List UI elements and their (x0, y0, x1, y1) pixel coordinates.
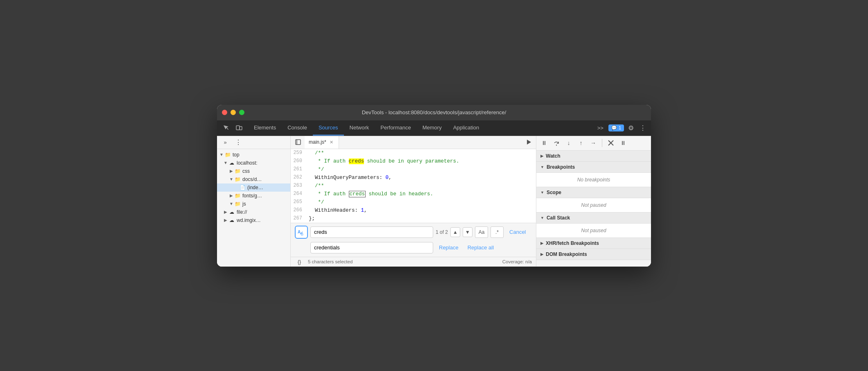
call-stack-not-paused: Not paused (581, 228, 606, 233)
device-mode-icon[interactable] (233, 122, 245, 133)
close-button[interactable] (222, 110, 227, 115)
tab-console[interactable]: Console (282, 120, 313, 136)
tree-label-css: css (242, 168, 250, 174)
step-button[interactable]: → (588, 138, 599, 148)
line-content-267: }; (307, 215, 536, 223)
line-content-264: * If auth creds should be in headers. (307, 190, 536, 198)
file-icon-index: 📄 (239, 184, 246, 191)
replace-button[interactable]: Replace (436, 244, 462, 251)
replace-all-button[interactable]: Replace all (464, 244, 497, 251)
tree-item-css[interactable]: ▶ 📁 css (217, 167, 290, 175)
tree-item-wd[interactable]: ▶ ☁ wd.imgix… (217, 216, 290, 224)
tab-application[interactable]: Application (448, 120, 485, 136)
folder-icon-js: 📁 (234, 201, 241, 207)
step-out-button[interactable]: ↑ (576, 138, 586, 148)
pause-button[interactable]: ⏸ (539, 138, 549, 148)
settings-button[interactable]: ⚙ (626, 122, 635, 133)
line-num-265: 265 (291, 198, 307, 206)
dom-breakpoints-section-header[interactable]: ▶ DOM Breakpoints (536, 249, 651, 260)
code-line-261: 261 */ (291, 165, 536, 174)
tree-arrow-css: ▶ (228, 168, 234, 174)
breakpoints-section-header[interactable]: ▼ Breakpoints (536, 162, 651, 173)
code-editor[interactable]: 259 /** 260 * If auth creds should be in… (291, 149, 536, 223)
tree-arrow-localhost: ▼ (223, 160, 228, 166)
tab-network[interactable]: Network (344, 120, 375, 136)
step-into-button[interactable]: ↓ (563, 138, 574, 148)
tree-item-fonts[interactable]: ▶ 📁 fonts/g… (217, 192, 290, 200)
scope-not-paused: Not paused (581, 202, 606, 208)
tab-performance[interactable]: Performance (375, 120, 416, 136)
titlebar: DevTools - localhost:8080/docs/devtools/… (217, 105, 651, 120)
find-cancel-button[interactable]: Cancel (506, 229, 529, 235)
line-num-264: 264 (291, 190, 307, 198)
tree-label-top: top (233, 152, 240, 158)
tree-label-js: js (242, 201, 246, 207)
replace-input[interactable] (310, 242, 433, 253)
minimize-button[interactable] (231, 110, 236, 115)
more-options-button[interactable]: ⋮ (638, 122, 648, 133)
chat-badge[interactable]: 💬 1 (608, 124, 624, 131)
tree-item-localhost[interactable]: ▼ ☁ localhost: (217, 159, 290, 167)
file-tab-close[interactable]: ✕ (329, 139, 335, 145)
line-content-265: */ (307, 198, 536, 206)
editor-status-bar: {} 5 characters selected Coverage: n/a (291, 257, 536, 267)
line-num-260: 260 (291, 157, 307, 165)
watch-section-header[interactable]: ▶ Watch (536, 151, 651, 162)
tree-item-file[interactable]: ▶ ☁ file:// (217, 208, 290, 216)
code-line-262: 262 WithinQueryParameters: 0, (291, 174, 536, 182)
xhr-breakpoints-section-header[interactable]: ▶ XHR/fetch Breakpoints (536, 238, 651, 249)
editor-back-icon[interactable] (293, 137, 303, 147)
format-icon[interactable]: {} (295, 257, 304, 266)
sidebar-menu-icon[interactable]: ⋮ (233, 136, 244, 148)
file-tab-main[interactable]: main.js* ✕ (305, 136, 339, 149)
call-stack-section-header[interactable]: ▼ Call Stack (536, 213, 651, 224)
scope-section-header[interactable]: ▼ Scope (536, 187, 651, 198)
file-tree: ▼ 📁 top ▼ ☁ localhost: ▶ 📁 css (217, 149, 290, 267)
tab-memory[interactable]: Memory (417, 120, 448, 136)
tab-elements[interactable]: Elements (248, 120, 282, 136)
coverage-status: Coverage: n/a (502, 259, 532, 264)
run-snippet-icon[interactable] (524, 137, 533, 147)
cloud-icon-localhost: ☁ (228, 160, 235, 166)
folder-icon-css: 📁 (234, 168, 241, 174)
chat-icon: 💬 (611, 125, 617, 131)
tree-item-docs[interactable]: ▼ 📁 docs/d… (217, 175, 290, 183)
find-input[interactable] (310, 226, 433, 238)
match-case-button[interactable]: Aa (475, 226, 488, 238)
folder-icon-fonts: 📁 (234, 192, 241, 199)
dom-breakpoints-label: DOM Breakpoints (546, 251, 587, 257)
more-tabs-button[interactable]: >> (595, 123, 606, 133)
find-replace-bar: A B 1 of 2 ▲ ▼ Aa .* Cancel (291, 223, 536, 257)
dom-arrow: ▶ (540, 252, 543, 256)
svg-text:A: A (298, 230, 301, 234)
pause-on-exception-button[interactable]: ⏸ (618, 138, 628, 148)
find-next-button[interactable]: ▼ (463, 227, 472, 237)
line-num-259: 259 (291, 149, 307, 157)
tree-item-js[interactable]: ▼ 📁 js (217, 200, 290, 208)
inspect-icon[interactable] (220, 122, 232, 133)
find-prev-button[interactable]: ▲ (450, 227, 460, 237)
tree-label-index: (inde… (247, 185, 263, 190)
devtools-window: DevTools - localhost:8080/docs/devtools/… (217, 105, 651, 267)
file-tab-name: main.js* (309, 139, 326, 145)
tree-item-top[interactable]: ▼ 📁 top (217, 151, 290, 159)
collapse-sidebar-icon[interactable]: » (219, 136, 231, 148)
step-over-button[interactable] (551, 138, 562, 148)
code-lines: 259 /** 260 * If auth creds should be in… (291, 149, 536, 223)
tree-item-index[interactable]: ▶ 📄 (inde… (217, 183, 290, 192)
svg-rect-2 (296, 140, 301, 145)
find-row: A B 1 of 2 ▲ ▼ Aa .* Cancel (295, 226, 532, 239)
find-replace-toggle-button[interactable]: A B (295, 226, 308, 239)
svg-rect-0 (236, 126, 240, 130)
code-line-259: 259 /** (291, 149, 536, 157)
call-stack-arrow: ▼ (540, 216, 544, 220)
tab-sources[interactable]: Sources (313, 120, 344, 136)
deactivate-breakpoints-button[interactable] (606, 138, 616, 148)
fullscreen-button[interactable] (239, 110, 244, 115)
tree-label-file: file:// (237, 209, 247, 215)
chat-count: 1 (619, 125, 621, 130)
regex-button[interactable]: .* (491, 226, 504, 238)
code-line-267: 267 }; (291, 215, 536, 223)
line-content-266: WithinHeaders: 1, (307, 206, 536, 215)
watch-label: Watch (546, 153, 561, 159)
